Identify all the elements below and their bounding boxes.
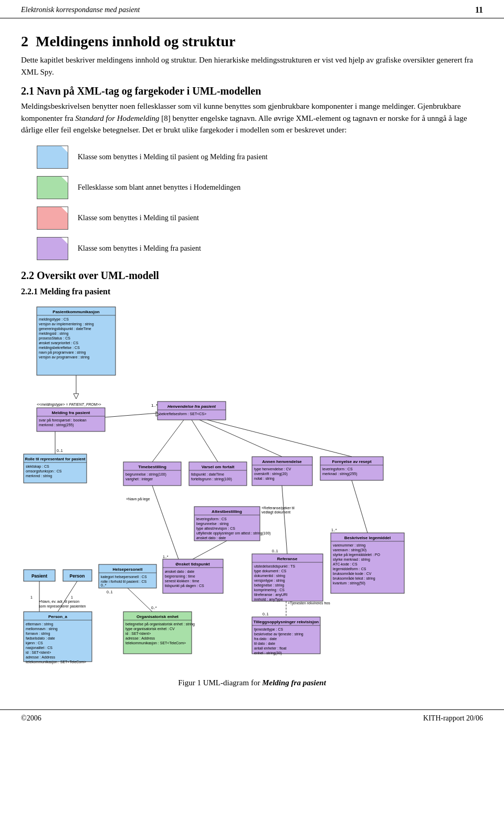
svg-line-50 — [200, 420, 282, 457]
svg-text:kjønn : CS: kjønn : CS — [26, 641, 43, 645]
svg-text:Pasientkommunikasjon: Pasientkommunikasjon — [52, 310, 99, 314]
svg-text:leveringsform : CS: leveringsform : CS — [196, 517, 227, 521]
class-melding-fra-pasient: Melding fra pasient svar på forespørsel … — [37, 408, 105, 431]
legend-box-green — [37, 176, 68, 199]
svg-text:leveringsform : CS: leveringsform : CS — [322, 467, 353, 471]
svg-text:styrke på legemidddelet : PO: styrke på legemidddelet : PO — [333, 553, 380, 557]
svg-text:overskrift : string(20): overskrift : string(20) — [254, 472, 288, 476]
class-onsket-tidspunkt: Ønsket tidspunkt ønsket dato : date begr… — [163, 559, 223, 593]
svg-text:tjenestettype : CS: tjenestettype : CS — [254, 627, 284, 632]
svg-text:tilreferanse : anyURI: tilreferanse : anyURI — [254, 593, 288, 597]
class-organisatorisk-enhet: Organisatorisk enhet betegnelse på organ… — [123, 612, 195, 654]
svg-line-25 — [105, 413, 158, 417]
svg-line-117 — [152, 486, 178, 559]
svg-text:1: 1 — [71, 595, 73, 599]
class-fornyelse-av-resept: Fornyelse av resept leveringsform : CS m… — [320, 457, 383, 480]
svg-text:ATC-kode : CS: ATC-kode : CS — [333, 562, 358, 566]
svg-text:1..*: 1..* — [151, 403, 158, 408]
section-2-1-heading: 2.1 Navn på XML-tag og fargekoder i UML-… — [21, 85, 483, 97]
svg-text:Rolle til representant for pas: Rolle til representant for pasient — [25, 457, 86, 461]
svg-text:vedlagt dokument: vedlagt dokument — [261, 510, 290, 514]
svg-text:merknnd : string: merknnd : string — [26, 474, 52, 478]
footer-left: ©2006 — [21, 714, 41, 723]
svg-text:betegnelse på organisatorisk e: betegnelse på organisatorisk enhet : str… — [125, 622, 195, 626]
svg-text:id : SET<ident>: id : SET<ident> — [26, 651, 51, 654]
svg-text:utfyllende opplysninger om att: utfyllende opplysninger om attest : stri… — [196, 531, 271, 536]
svg-text:meldingsid : string: meldingsid : string — [39, 332, 69, 336]
svg-text:1: 1 — [30, 595, 33, 599]
svg-text:fornavn : string: fornavn : string — [26, 632, 50, 636]
svg-text:Ønsket tidspunkt: Ønsket tidspunkt — [175, 562, 210, 567]
svg-text:Referanse: Referanse — [277, 557, 298, 561]
svg-text:beskrivelse av tjeneste : stri: beskrivelse av tjeneste : string — [254, 632, 303, 636]
class-referanse: Referanse utstedelsestidspunkt : TS type… — [252, 554, 323, 602]
svg-text:1..*: 1..* — [331, 528, 337, 532]
svg-text:+Navn på lege: +Navn på lege — [126, 497, 150, 501]
color-legend: Klasse som benyttes i Melding til pasien… — [37, 146, 483, 260]
svg-text:betegnelse : string: betegnelse : string — [254, 583, 284, 588]
svg-text:Varsel om fortalt: Varsel om fortalt — [202, 465, 235, 469]
svg-text:tidspunkt på dagen : CS: tidspunkt på dagen : CS — [165, 584, 204, 588]
svg-text:type organisatorisk enhet : CV: type organisatorisk enhet : CV — [125, 627, 175, 631]
svg-line-32 — [152, 420, 184, 462]
legend-label-purple: Klasse som benyttes i Melding fra pasien… — [78, 243, 201, 254]
svg-text:genereringstidspunkt : dateTim: genereringstidspunkt : dateTime — [39, 327, 91, 331]
class-pasientkommunikasjon: Pasientkommunikasjon meldingstype : CS v… — [37, 307, 116, 375]
svg-line-114 — [352, 480, 368, 533]
svg-text:begrunnelse : string(100): begrunnelse : string(100) — [125, 472, 166, 477]
svg-text:versjon av implementering : st: versjon av implementering : string — [39, 322, 94, 326]
svg-text:mellomnavn : string: mellomnavn : string — [26, 627, 58, 631]
svg-text:varighet : integer: varighet : integer — [125, 477, 153, 481]
svg-text:Pasient: Pasient — [32, 573, 47, 579]
chapter-heading: 2 Meldingens innhold og struktur — [21, 33, 483, 50]
svg-text:Organisatorisk enhet: Organisatorisk enhet — [136, 614, 178, 619]
svg-text:<<meldingstype> = PATIENT_FROM: <<meldingstype> = PATIENT_FROM>> — [37, 403, 101, 407]
header-page-number: 11 — [475, 5, 483, 15]
svg-text:telekommunikasjon : SET<TeleCo: telekommunikasjon : SET<TeleCom> — [26, 660, 86, 664]
svg-text:styrke merknad : string: styrke merknad : string — [333, 558, 370, 562]
svg-text:fra dato : date: fra dato : date — [254, 637, 277, 641]
svg-text:ønsket dato : date: ønsket dato : date — [165, 570, 194, 573]
svg-text:navn på programvare : string: navn på programvare : string — [39, 351, 86, 355]
svg-text:type attest/revisjon : CS: type attest/revisjon : CS — [196, 527, 235, 531]
svg-text:Attestbestilling: Attestbestilling — [212, 509, 242, 514]
svg-text:merknad : string(255): merknad : string(255) — [322, 472, 358, 476]
svg-text:etternavn : string: etternavn : string — [26, 622, 53, 626]
svg-text:innhold : anyType: innhold : anyType — [254, 598, 283, 602]
legend-label-blue: Klasse som benyttes i Melding til pasien… — [78, 152, 268, 162]
svg-marker-13 — [74, 394, 79, 399]
legend-label-green: Fellesklasse som blant annet benyttes i … — [78, 182, 240, 193]
svg-text:kategori helsepersonell : CS: kategori helsepersonell : CS — [101, 575, 147, 579]
svg-text:0..1: 0..1 — [57, 449, 63, 452]
figure-caption: Figur 1 UML-diagram for Melding fra pasi… — [21, 677, 483, 689]
svg-text:utstedelsestidspunkt : TS: utstedelsestidspunkt : TS — [254, 564, 295, 569]
svg-text:varenummer : string: varenummer : string — [333, 543, 365, 548]
svg-text:versjon av programvare : strin: versjon av programvare : string — [39, 355, 90, 359]
svg-text:Beskrivelse legemiddel: Beskrivelse legemiddel — [344, 536, 391, 540]
intro-paragraph: Dette kapitlet beskriver meldingens innh… — [21, 54, 483, 78]
svg-text:antall enheter : float: antall enheter : float — [254, 646, 287, 650]
class-timebestilling: Timebestilling begrunnelse : string(100)… — [123, 462, 181, 486]
svg-text:meldingsbekreftelse : CS: meldingsbekreftelse : CS — [39, 346, 80, 350]
svg-text:0..1: 0..1 — [262, 612, 269, 616]
svg-text:fortellsgrunn : string(100): fortellsgrunn : string(100) — [191, 477, 232, 481]
section-2-2-heading: 2.2 Oversikt over UML-modell — [21, 270, 483, 282]
footer-right: KITH-rapport 20/06 — [423, 714, 483, 723]
legend-box-blue — [37, 146, 68, 169]
svg-text:ønsket svarprioritet : CS: ønsket svarprioritet : CS — [39, 341, 78, 345]
svg-text:type henvendelse : CV: type henvendelse : CV — [254, 467, 291, 471]
svg-text:kvantum : string(50): kvantum : string(50) — [333, 581, 365, 585]
class-attestbestilling: Attestbestilling leveringsform : CS begr… — [194, 507, 271, 541]
class-tilleggsopplysninger: Tilleggsopplysninger rekvisisjon tjenest… — [252, 617, 320, 655]
svg-text:prosessStatus : CS: prosessStatus : CS — [39, 336, 70, 341]
svg-text:+Navn, ev. adr. til person: +Navn, ev. adr. til person — [39, 600, 79, 604]
svg-text:senest klokken : time: senest klokken : time — [165, 579, 199, 583]
svg-text:komprimering : CS: komprimering : CS — [254, 588, 285, 592]
class-person: Person — [63, 570, 92, 581]
svg-text:svar på forespørsel : boolean: svar på forespørsel : boolean — [39, 418, 87, 423]
class-varsel-om-fortalt: Varsel om fortalt tidspunkt : dateTime f… — [189, 462, 247, 486]
page-header: Elektronisk korrespondanse med pasient 1… — [0, 0, 504, 18]
page: Elektronisk korrespondanse med pasient 1… — [0, 0, 504, 834]
legend-item-green: Fellesklasse som blant annet benyttes i … — [37, 176, 483, 199]
svg-text:legemiddelform : CS: legemiddelform : CS — [333, 567, 366, 571]
